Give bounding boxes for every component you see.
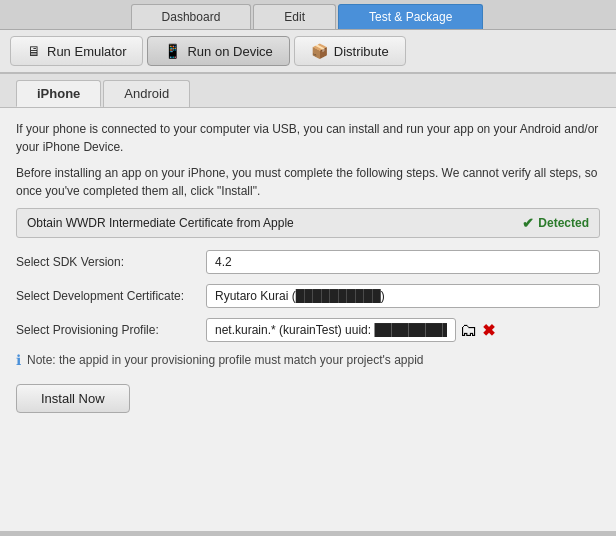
detected-label: Detected bbox=[538, 216, 589, 230]
tab-android[interactable]: Android bbox=[103, 80, 190, 107]
install-now-button[interactable]: Install Now bbox=[16, 384, 130, 413]
cert-label: Select Development Certificate: bbox=[16, 289, 206, 303]
provisioning-row: Select Provisioning Profile: 🗂 ✖ bbox=[16, 318, 600, 342]
distribute-button[interactable]: 📦 Distribute bbox=[294, 36, 406, 66]
description-2: Before installing an app on your iPhone,… bbox=[16, 164, 600, 200]
toolbar: 🖥 Run Emulator 📱 Run on Device 📦 Distrib… bbox=[0, 30, 616, 74]
detected-badge: ✔ Detected bbox=[522, 215, 589, 231]
sdk-version-row: Select SDK Version: bbox=[16, 250, 600, 274]
delete-icon[interactable]: ✖ bbox=[482, 321, 495, 340]
tab-dashboard[interactable]: Dashboard bbox=[131, 4, 252, 29]
run-on-device-button[interactable]: 📱 Run on Device bbox=[147, 36, 289, 66]
note-row: ℹ Note: the appid in your provisioning p… bbox=[16, 352, 600, 368]
note-text: Note: the appid in your provisioning pro… bbox=[27, 353, 424, 367]
emulator-icon: 🖥 bbox=[27, 43, 41, 59]
check-icon: ✔ bbox=[522, 215, 534, 231]
tab-test-package[interactable]: Test & Package bbox=[338, 4, 483, 29]
run-on-device-label: Run on Device bbox=[187, 44, 272, 59]
main-content: iPhone Android If your phone is connecte… bbox=[0, 74, 616, 531]
info-icon: ℹ bbox=[16, 352, 21, 368]
device-icon: 📱 bbox=[164, 43, 181, 59]
cert-input[interactable] bbox=[206, 284, 600, 308]
folder-icon[interactable]: 🗂 bbox=[460, 320, 478, 341]
wwdr-label: Obtain WWDR Intermediate Certificate fro… bbox=[27, 216, 294, 230]
distribute-label: Distribute bbox=[334, 44, 389, 59]
provisioning-label: Select Provisioning Profile: bbox=[16, 323, 206, 337]
cert-row: Select Development Certificate: bbox=[16, 284, 600, 308]
tab-iphone[interactable]: iPhone bbox=[16, 80, 101, 107]
provisioning-input[interactable] bbox=[206, 318, 456, 342]
wwdr-row: Obtain WWDR Intermediate Certificate fro… bbox=[16, 208, 600, 238]
run-emulator-button[interactable]: 🖥 Run Emulator bbox=[10, 36, 143, 66]
platform-tabs: iPhone Android bbox=[0, 74, 616, 108]
tab-edit[interactable]: Edit bbox=[253, 4, 336, 29]
run-emulator-label: Run Emulator bbox=[47, 44, 126, 59]
content-panel: If your phone is connected to your compu… bbox=[0, 108, 616, 425]
description-1: If your phone is connected to your compu… bbox=[16, 120, 600, 156]
top-nav: Dashboard Edit Test & Package bbox=[0, 0, 616, 30]
sdk-input[interactable] bbox=[206, 250, 600, 274]
sdk-label: Select SDK Version: bbox=[16, 255, 206, 269]
distribute-icon: 📦 bbox=[311, 43, 328, 59]
provisioning-input-wrap: 🗂 ✖ bbox=[206, 318, 495, 342]
